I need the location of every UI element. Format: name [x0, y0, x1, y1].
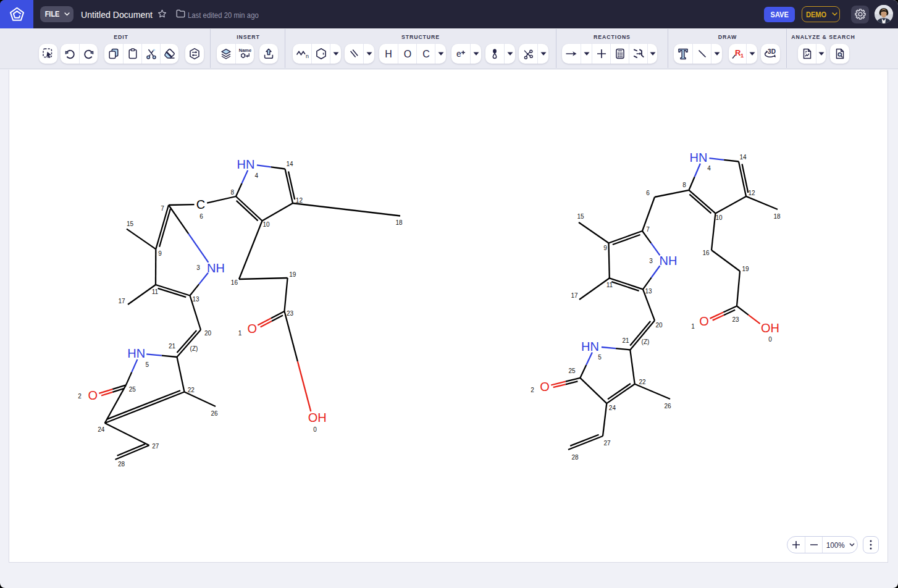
svg-text:18: 18 [773, 213, 781, 220]
svg-text:5: 5 [145, 361, 149, 368]
svg-text:17: 17 [118, 298, 125, 304]
svg-text:8: 8 [230, 189, 234, 196]
svg-text:24: 24 [98, 426, 105, 433]
svg-text:16: 16 [231, 279, 238, 286]
svg-text:26: 26 [211, 410, 218, 417]
svg-text:8: 8 [682, 182, 686, 188]
svg-text:3D: 3D [768, 48, 776, 55]
svg-text:27: 27 [603, 440, 611, 447]
svg-text:H: H [385, 49, 392, 59]
svg-text:7: 7 [161, 205, 164, 212]
svg-text:0: 0 [313, 426, 317, 433]
svg-text:1: 1 [741, 52, 744, 59]
svg-text:23: 23 [732, 316, 739, 323]
svg-text:3: 3 [196, 264, 200, 271]
svg-text:1: 1 [691, 323, 695, 330]
svg-text:9: 9 [158, 250, 162, 257]
svg-text:HN: HN [237, 158, 255, 171]
svg-text:20: 20 [655, 322, 663, 329]
svg-text:13: 13 [645, 288, 652, 295]
svg-text:22: 22 [188, 387, 195, 393]
svg-text:12: 12 [296, 197, 303, 204]
svg-text:25: 25 [129, 386, 136, 393]
svg-text:19: 19 [289, 271, 296, 278]
svg-text:21: 21 [169, 343, 176, 350]
svg-text:14: 14 [286, 161, 293, 167]
svg-text:2: 2 [78, 393, 82, 400]
svg-text:24: 24 [609, 405, 616, 411]
svg-text:4: 4 [255, 172, 259, 179]
svg-text:(Z): (Z) [642, 338, 650, 345]
svg-text:11: 11 [606, 282, 613, 288]
svg-text:O: O [88, 388, 98, 402]
svg-text:16: 16 [702, 250, 710, 256]
svg-text:OH: OH [761, 321, 779, 335]
svg-text:3: 3 [649, 258, 653, 264]
svg-text:2: 2 [531, 387, 534, 393]
svg-text:27: 27 [152, 443, 159, 450]
svg-text:(Z): (Z) [190, 345, 198, 352]
svg-text:Name: Name [238, 48, 251, 53]
svg-text:C: C [422, 49, 430, 59]
svg-text:O: O [247, 322, 257, 335]
svg-text:19: 19 [742, 266, 749, 272]
svg-text:NH: NH [207, 261, 225, 275]
svg-text:13: 13 [192, 296, 199, 303]
svg-text:11: 11 [152, 288, 159, 295]
svg-text:5: 5 [598, 354, 602, 361]
svg-text:6: 6 [646, 190, 650, 196]
svg-text:14: 14 [739, 154, 747, 161]
svg-text:HN: HN [127, 346, 145, 360]
svg-text:O: O [403, 49, 411, 59]
svg-text:7: 7 [646, 226, 650, 233]
svg-text:9: 9 [603, 245, 607, 251]
svg-text:15: 15 [127, 220, 134, 227]
svg-text:10: 10 [262, 221, 270, 228]
svg-text:OH: OH [308, 411, 327, 424]
svg-text:n: n [306, 53, 309, 59]
svg-text:NH: NH [660, 254, 678, 267]
svg-text:4: 4 [707, 165, 711, 172]
svg-text:12: 12 [748, 190, 755, 196]
svg-text:1: 1 [238, 330, 242, 337]
svg-text:22: 22 [639, 379, 646, 385]
svg-text:15: 15 [577, 213, 584, 220]
svg-text:e: e [456, 49, 461, 59]
svg-text:6: 6 [199, 213, 203, 220]
svg-text:20: 20 [204, 330, 212, 337]
svg-text:0: 0 [768, 336, 772, 343]
svg-text:O: O [540, 380, 550, 393]
svg-text:18: 18 [395, 219, 403, 226]
svg-text:C: C [196, 198, 205, 211]
svg-text:21: 21 [622, 337, 629, 344]
svg-text:O: O [699, 314, 709, 328]
svg-text:HN: HN [581, 340, 599, 353]
svg-text:10: 10 [715, 214, 723, 221]
svg-text:23: 23 [287, 310, 294, 317]
svg-text:HN: HN [690, 151, 708, 164]
svg-text:25: 25 [568, 368, 576, 374]
svg-text:28: 28 [118, 461, 125, 468]
svg-text:26: 26 [664, 403, 671, 410]
svg-text:28: 28 [571, 454, 579, 461]
svg-text:17: 17 [571, 292, 578, 299]
